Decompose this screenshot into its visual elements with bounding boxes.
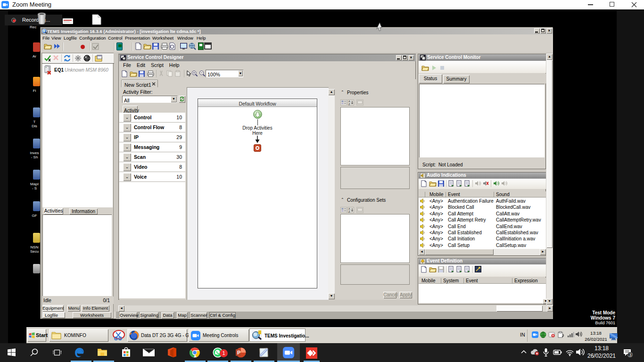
svg-text:Z: Z	[348, 210, 350, 213]
svg-text:3: 3	[629, 353, 631, 357]
svg-text:Z: Z	[348, 103, 350, 106]
svg-text:P: P	[237, 350, 240, 355]
